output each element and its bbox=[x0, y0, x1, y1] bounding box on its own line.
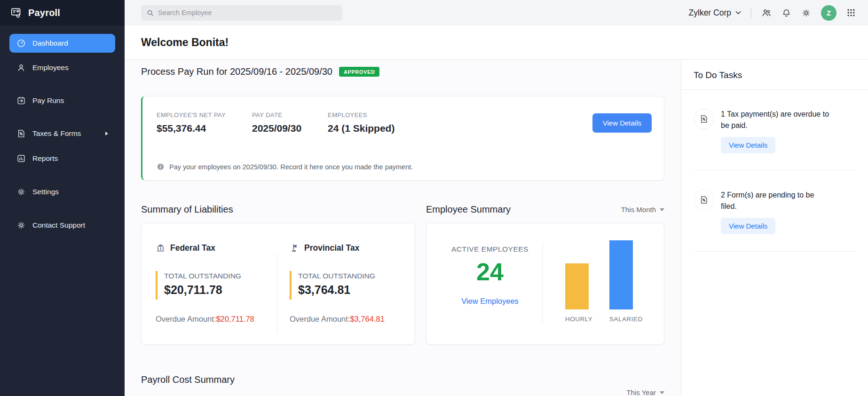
users-icon[interactable] bbox=[761, 8, 772, 18]
sidebar-item-taxes-forms[interactable]: Taxes & Forms bbox=[9, 124, 115, 143]
employee-type-bar-chart: HOURLY SALARIED bbox=[545, 239, 653, 344]
liabilities-heading: Summary of Liabilities bbox=[141, 204, 233, 215]
payroll-dashboard: Payroll Dashboard Employees bbox=[0, 0, 868, 396]
page-title: Welcome Bonita! bbox=[141, 36, 229, 49]
active-employees-count: 24 bbox=[476, 259, 504, 285]
provincial-tax-column: Provincial Tax TOTAL OUTSTANDING $3,764.… bbox=[290, 243, 402, 344]
info-icon bbox=[157, 163, 165, 171]
active-employees-label: ACTIVE EMPLOYEES bbox=[451, 245, 529, 253]
apps-grid-icon[interactable] bbox=[846, 8, 856, 17]
overdue-row: Overdue Amount:$3,764.81 bbox=[290, 315, 402, 324]
payroll-logo-icon bbox=[10, 7, 23, 19]
sidebar-item-label: Dashboard bbox=[32, 39, 68, 48]
payroll-cost-heading: Payroll Cost Summary bbox=[141, 374, 235, 385]
contact-support-icon bbox=[16, 221, 26, 230]
sidebar-item-label: Contact Support bbox=[32, 221, 85, 230]
sidebar-item-contact-support[interactable]: Contact Support bbox=[9, 216, 115, 235]
employees-stat: EMPLOYEES 24 (1 Skipped) bbox=[328, 111, 395, 134]
task-text: 1 Tax payment(s) are overdue to be paid. bbox=[721, 109, 830, 131]
settings-gear-icon bbox=[16, 187, 26, 197]
dropdown-arrow-icon bbox=[660, 208, 664, 211]
sidebar: Payroll Dashboard Employees bbox=[0, 0, 125, 396]
stat-label: EMPLOYEES bbox=[328, 111, 395, 119]
sidebar-item-label: Employees bbox=[32, 63, 69, 72]
topbar: Zylker Corp bbox=[125, 0, 868, 25]
sidebar-item-label: Reports bbox=[32, 154, 58, 163]
column-divider bbox=[277, 253, 277, 333]
taxes-forms-icon bbox=[16, 129, 26, 138]
salaried-label: SALARIED bbox=[609, 316, 633, 323]
todo-heading: To Do Tasks bbox=[681, 60, 868, 90]
task-document-icon bbox=[694, 109, 714, 129]
chevron-down-icon bbox=[735, 11, 741, 15]
task-document-icon bbox=[694, 190, 714, 210]
dropdown-arrow-icon bbox=[660, 391, 664, 394]
sidebar-item-reports[interactable]: Reports bbox=[9, 149, 115, 168]
hourly-label: HOURLY bbox=[565, 316, 589, 323]
payrun-heading: Process Pay Run for 2025/09/16 - 2025/09… bbox=[141, 66, 332, 77]
task-view-details-button[interactable]: View Details bbox=[721, 137, 775, 153]
reports-icon bbox=[16, 154, 26, 163]
tax-name: Provincial Tax bbox=[304, 243, 359, 253]
flag-icon bbox=[290, 243, 300, 253]
period-value: This Year bbox=[626, 388, 656, 396]
overdue-label: Overdue Amount: bbox=[290, 315, 350, 323]
sidebar-item-employees[interactable]: Employees bbox=[9, 58, 115, 77]
app-title: Payroll bbox=[28, 8, 60, 18]
sidebar-item-pay-runs[interactable]: Pay Runs bbox=[9, 91, 115, 110]
view-details-button[interactable]: View Details bbox=[592, 113, 652, 133]
todo-panel: To Do Tasks 1 Tax payment(s) are overdue… bbox=[681, 60, 868, 396]
stat-value: 24 (1 Skipped) bbox=[328, 123, 395, 134]
task-divider bbox=[694, 251, 856, 252]
sidebar-item-settings[interactable]: Settings bbox=[9, 182, 115, 201]
todo-task-pending-forms: 2 Form(s) are pending to be filed. View … bbox=[694, 171, 856, 252]
stat-label: PAY DATE bbox=[252, 111, 301, 119]
dashboard-icon bbox=[16, 39, 26, 48]
employee-summary-card: ACTIVE EMPLOYEES 24 View Employees bbox=[426, 223, 664, 345]
pay-date-stat: PAY DATE 2025/09/30 bbox=[252, 111, 301, 134]
federal-tax-column: Federal Tax TOTAL OUTSTANDING $20,711.78… bbox=[156, 243, 268, 344]
period-dropdown-this-month[interactable]: This Month bbox=[621, 206, 664, 214]
outstanding-label: TOTAL OUTSTANDING bbox=[164, 272, 268, 280]
chevron-right-icon bbox=[105, 132, 108, 135]
sidebar-item-dashboard[interactable]: Dashboard bbox=[9, 34, 115, 53]
period-value: This Month bbox=[621, 206, 656, 214]
hourly-bar bbox=[565, 263, 589, 309]
outstanding-amount: $3,764.81 bbox=[298, 283, 402, 297]
notifications-bell-icon[interactable] bbox=[781, 8, 791, 18]
employee-summary-heading: Employee Summary bbox=[426, 204, 511, 215]
outstanding-label: TOTAL OUTSTANDING bbox=[298, 272, 402, 280]
overdue-amount: $20,711.78 bbox=[216, 315, 254, 323]
task-text: 2 Form(s) are pending to be filed. bbox=[721, 190, 830, 212]
overdue-label: Overdue Amount: bbox=[156, 315, 216, 323]
stat-value: 2025/09/30 bbox=[252, 123, 301, 134]
search-icon bbox=[146, 9, 154, 17]
org-switcher[interactable]: Zylker Corp bbox=[689, 8, 741, 18]
avatar[interactable]: Z bbox=[821, 5, 836, 21]
view-employees-link[interactable]: View Employees bbox=[461, 297, 519, 306]
dashboard-content: Process Pay Run for 2025/09/16 - 2025/09… bbox=[125, 60, 681, 396]
stat-value: $55,376.44 bbox=[157, 123, 226, 134]
task-view-details-button[interactable]: View Details bbox=[721, 218, 775, 234]
overdue-row: Overdue Amount:$20,711.78 bbox=[156, 315, 268, 324]
search-input[interactable] bbox=[141, 5, 342, 21]
payrun-card: EMPLOYEE'S NET PAY $55,376.44 PAY DATE 2… bbox=[141, 96, 664, 181]
payrun-note: Pay your employees on 2025/09/30. Record… bbox=[169, 163, 413, 171]
liabilities-card: Federal Tax TOTAL OUTSTANDING $20,711.78… bbox=[141, 223, 415, 345]
todo-task-tax-payments: 1 Tax payment(s) are overdue to be paid.… bbox=[694, 90, 856, 171]
salaried-bar bbox=[609, 240, 633, 309]
search-box bbox=[141, 5, 342, 21]
bank-building-icon bbox=[156, 243, 166, 253]
welcome-banner: Welcome Bonita! bbox=[125, 25, 868, 60]
employees-icon bbox=[16, 63, 26, 72]
overdue-amount: $3,764.81 bbox=[350, 315, 384, 323]
topbar-divider bbox=[751, 8, 751, 18]
app-logo: Payroll bbox=[0, 0, 125, 25]
tax-name: Federal Tax bbox=[170, 243, 215, 253]
period-dropdown-this-year[interactable]: This Year bbox=[626, 388, 664, 396]
chart-divider bbox=[542, 242, 543, 325]
sidebar-item-label: Taxes & Forms bbox=[32, 129, 81, 138]
net-pay-stat: EMPLOYEE'S NET PAY $55,376.44 bbox=[157, 111, 226, 134]
outstanding-amount: $20,711.78 bbox=[164, 283, 268, 297]
settings-gear-icon-topbar[interactable] bbox=[801, 8, 811, 18]
